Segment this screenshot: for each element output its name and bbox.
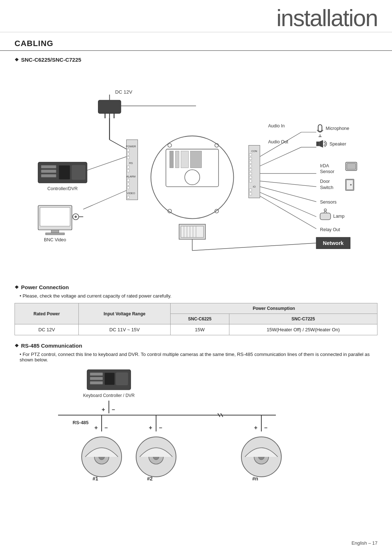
cell-snc7225-power: 15W(Heater Off) / 25W(Heater On) — [229, 324, 377, 335]
svg-rect-24 — [127, 166, 129, 168]
svg-line-108 — [110, 140, 127, 149]
cell-voltage-range: DC 11V ~ 15V — [79, 324, 171, 335]
svg-rect-31 — [127, 196, 129, 198]
svg-text:CON: CON — [251, 149, 257, 153]
svg-text:IO: IO — [253, 185, 256, 188]
power-table: Rated Power Input Voltage Range Power Co… — [15, 303, 377, 335]
lamp-icon: Lamp — [320, 209, 344, 220]
section-title: CABLING — [0, 36, 392, 51]
cabling-diagram: DC 12V POWER RS — [0, 66, 392, 277]
svg-rect-13 — [190, 151, 201, 168]
svg-rect-10 — [170, 151, 173, 168]
svg-text:–: – — [159, 425, 162, 431]
svg-point-68 — [350, 184, 352, 185]
svg-rect-93 — [41, 165, 56, 168]
svg-text:+: + — [254, 425, 257, 431]
svg-text:Sensor: Sensor — [320, 169, 334, 174]
camera-board — [151, 136, 234, 219]
svg-rect-20 — [127, 149, 129, 151]
svg-rect-43 — [249, 189, 252, 191]
svg-rect-44 — [249, 193, 252, 195]
page-header: installation — [0, 0, 392, 32]
svg-rect-25 — [127, 170, 129, 172]
svg-text:Microphone: Microphone — [326, 126, 349, 131]
svg-rect-95 — [41, 174, 56, 177]
svg-text:IrDA: IrDA — [320, 163, 330, 168]
svg-text:RS-485: RS-485 — [73, 420, 89, 425]
svg-rect-51 — [318, 125, 322, 132]
left-panel: POWER RS ALARM VIDEO — [126, 140, 138, 200]
rs485-section: RS-485 Communication For PTZ control, co… — [0, 343, 392, 489]
svg-rect-97 — [72, 165, 85, 179]
svg-text:BNC Video: BNC Video — [44, 237, 66, 242]
svg-rect-113 — [105, 373, 115, 385]
power-connection-section: Power Connection Please, check the volta… — [0, 284, 392, 335]
svg-rect-39 — [249, 172, 252, 175]
svg-marker-56 — [319, 140, 323, 148]
svg-text:DC 12V: DC 12V — [115, 89, 132, 95]
col-power-consumption: Power Consumption — [170, 303, 377, 314]
svg-text:–: – — [112, 406, 115, 413]
col-snc7225: SNC-C7225 — [229, 314, 377, 324]
col-snc6225: SNC-C6225 — [170, 314, 229, 324]
svg-rect-112 — [90, 381, 103, 384]
svg-rect-28 — [127, 183, 129, 185]
rs485-title: RS-485 Communication — [15, 343, 377, 349]
irda-icon — [346, 162, 357, 171]
svg-text:Switch: Switch — [320, 185, 334, 190]
col-voltage-range: Input Voltage Range — [79, 303, 171, 324]
svg-line-78 — [260, 196, 316, 229]
right-panel: CON IO — [249, 146, 260, 198]
svg-text:ALARM: ALARM — [126, 175, 135, 178]
svg-text:–: – — [264, 425, 268, 431]
svg-rect-111 — [90, 377, 103, 380]
svg-rect-94 — [41, 170, 56, 173]
svg-text:Door: Door — [320, 179, 330, 184]
svg-text:Lamp: Lamp — [333, 214, 344, 219]
svg-rect-55 — [316, 142, 319, 146]
svg-rect-96 — [59, 165, 70, 179]
svg-text:+: + — [102, 406, 105, 413]
speaker-icon: Speaker — [316, 140, 346, 148]
door-switch-icon — [346, 179, 354, 191]
svg-text:–: – — [105, 425, 108, 431]
svg-text:VIDEO: VIDEO — [127, 192, 135, 195]
page-title: installation — [15, 7, 377, 32]
svg-rect-11 — [175, 151, 179, 168]
svg-rect-27 — [127, 179, 129, 181]
svg-line-91 — [83, 191, 126, 209]
svg-rect-40 — [249, 176, 252, 178]
svg-text:Relay Out: Relay Out — [320, 227, 340, 232]
svg-rect-36 — [249, 161, 252, 163]
svg-point-14 — [168, 143, 171, 147]
svg-text:Sensors: Sensors — [320, 200, 337, 205]
svg-rect-37 — [249, 165, 252, 167]
rs485-diagram: Keyboard Controller / DVR RS-485 + – + – — [15, 366, 377, 489]
cell-snc6225-power: 15W — [170, 324, 229, 335]
svg-rect-12 — [181, 151, 189, 168]
svg-text:Controller/DVR: Controller/DVR — [48, 186, 78, 191]
svg-text:#n: #n — [252, 476, 258, 482]
svg-point-102 — [74, 216, 77, 218]
controller-dvr-icon: Controller/DVR — [38, 162, 87, 191]
page-footer: English – 17 — [351, 540, 377, 546]
svg-text:RS: RS — [129, 161, 133, 165]
svg-rect-105 — [46, 233, 65, 235]
svg-point-8 — [185, 170, 200, 185]
power-connection-title: Power Connection — [15, 284, 377, 290]
svg-rect-82 — [181, 226, 204, 237]
svg-rect-1 — [98, 100, 121, 113]
svg-rect-62 — [347, 163, 356, 169]
microphone-icon: Microphone — [317, 125, 350, 137]
svg-rect-114 — [116, 373, 128, 385]
svg-line-89 — [192, 243, 317, 251]
snc-subsection-title: SNC-C6225/SNC-C7225 — [0, 57, 392, 63]
svg-rect-22 — [127, 157, 129, 159]
rs485-bullet: For PTZ control, connect this line to ke… — [15, 352, 377, 362]
svg-line-90 — [83, 157, 126, 172]
svg-line-69 — [260, 187, 316, 201]
svg-text:Audio In: Audio In — [268, 123, 285, 128]
svg-text:#1: #1 — [93, 476, 98, 482]
svg-rect-29 — [127, 187, 129, 189]
svg-line-71 — [260, 192, 316, 217]
